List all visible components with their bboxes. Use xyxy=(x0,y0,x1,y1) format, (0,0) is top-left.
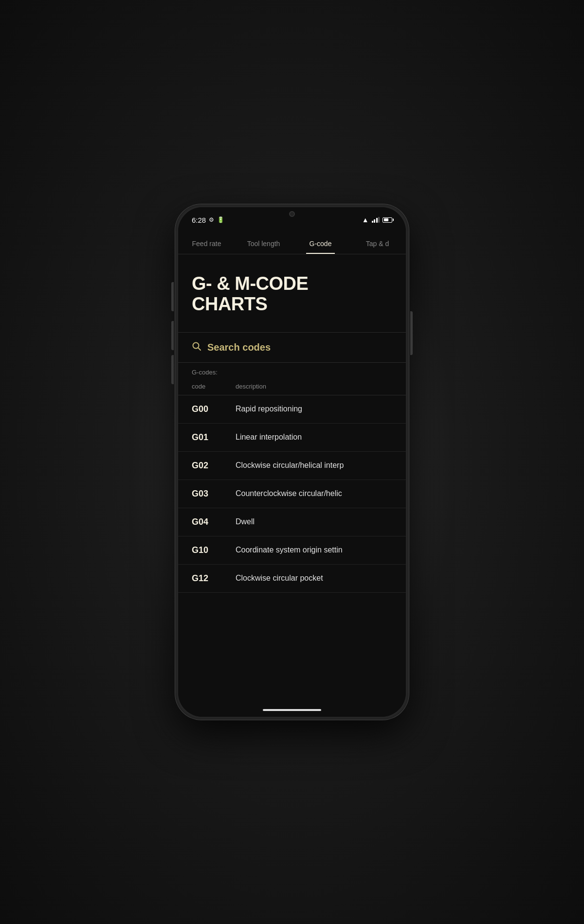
search-placeholder: Search codes xyxy=(207,342,271,353)
phone-screen: 6:28 ⚙ 🔋 ▲ xyxy=(178,207,406,717)
tab-gcode[interactable]: G-code xyxy=(292,232,349,254)
status-time-group: 6:28 ⚙ 🔋 xyxy=(192,216,224,224)
table-row[interactable]: G04 Dwell xyxy=(178,508,406,536)
settings-icon: ⚙ xyxy=(209,216,214,223)
tab-bar: Feed rate Tool length G-code Tap & d xyxy=(178,232,406,254)
table-row[interactable]: G01 Linear interpolation xyxy=(178,424,406,452)
tab-tool-length[interactable]: Tool length xyxy=(235,232,292,254)
gcode-code: G12 xyxy=(192,573,236,584)
gcode-code: G04 xyxy=(192,517,236,527)
page-title: G- & M-CODE CHARTS xyxy=(192,274,392,315)
bottom-indicator xyxy=(178,703,406,717)
tab-feed-rate[interactable]: Feed rate xyxy=(178,232,235,254)
tab-tap[interactable]: Tap & d xyxy=(349,232,406,254)
gcode-code: G00 xyxy=(192,404,236,414)
gcode-code: G02 xyxy=(192,461,236,471)
svg-line-1 xyxy=(198,348,201,350)
hero-section: G- & M-CODE CHARTS xyxy=(178,254,406,332)
phone-frame: 6:28 ⚙ 🔋 ▲ xyxy=(175,204,409,720)
gcode-description: Clockwise circular/helical interp xyxy=(236,461,392,470)
camera-notch xyxy=(289,211,295,217)
table-row[interactable]: G03 Counterclockwise circular/helic xyxy=(178,480,406,508)
gcode-description: Counterclockwise circular/helic xyxy=(236,489,392,498)
gcode-code: G10 xyxy=(192,545,236,555)
content-area: G- & M-CODE CHARTS Search codes xyxy=(178,254,406,703)
search-container: Search codes xyxy=(178,332,406,363)
table-row[interactable]: G10 Coordinate system origin settin xyxy=(178,536,406,565)
gcode-table: G-codes: code description G00 Rapid repo… xyxy=(178,363,406,703)
gcode-description: Rapid repositioning xyxy=(236,405,392,413)
gcode-description: Coordinate system origin settin xyxy=(236,546,392,554)
table-header: code description xyxy=(178,380,406,395)
search-icon xyxy=(192,341,201,354)
home-indicator xyxy=(263,709,321,711)
time-display: 6:28 xyxy=(192,216,206,224)
battery-small-icon: 🔋 xyxy=(217,216,224,223)
gcode-description: Dwell xyxy=(236,517,392,526)
column-description-header: description xyxy=(236,383,392,390)
table-row[interactable]: G02 Clockwise circular/helical interp xyxy=(178,452,406,480)
status-bar: 6:28 ⚙ 🔋 ▲ xyxy=(178,207,406,232)
column-code-header: code xyxy=(192,383,236,390)
status-icons-group: ▲ xyxy=(362,216,392,224)
gcode-description: Clockwise circular pocket xyxy=(236,574,392,583)
table-row[interactable]: G12 Clockwise circular pocket xyxy=(178,565,406,593)
table-row[interactable]: G00 Rapid repositioning xyxy=(178,395,406,424)
search-box[interactable]: Search codes xyxy=(178,333,406,363)
wifi-icon: ▲ xyxy=(362,216,369,224)
gcode-description: Linear interpolation xyxy=(236,433,392,442)
gcode-code: G03 xyxy=(192,489,236,499)
battery-icon xyxy=(383,217,392,223)
signal-icon xyxy=(372,217,380,223)
section-label: G-codes: xyxy=(178,363,406,380)
gcode-code: G01 xyxy=(192,432,236,443)
